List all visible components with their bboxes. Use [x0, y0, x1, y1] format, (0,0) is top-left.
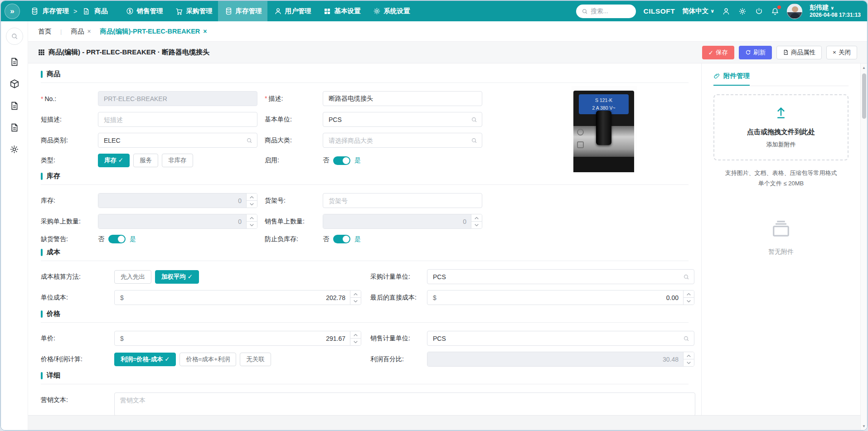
oos-warning-toggle[interactable]: [108, 235, 126, 243]
type-option-stock[interactable]: 库存 ✓: [98, 154, 130, 167]
empty-tray-icon: [769, 217, 793, 241]
type-option-service[interactable]: 服务: [133, 154, 158, 167]
short-desc-field[interactable]: [98, 112, 257, 127]
profile-icon[interactable]: [722, 7, 731, 16]
short-desc-input[interactable]: [98, 112, 257, 126]
calc-option-profit[interactable]: 利润=价格-成本 ✓: [114, 353, 176, 366]
shelf-input[interactable]: [323, 194, 482, 208]
notifications-bell-icon[interactable]: [771, 7, 780, 16]
category-field[interactable]: [98, 133, 257, 148]
stock-input: [98, 194, 246, 208]
search-icon[interactable]: [683, 274, 689, 280]
spinner-up[interactable]: [350, 331, 361, 339]
spinner-up[interactable]: [684, 352, 694, 359]
user-avatar[interactable]: [787, 4, 802, 19]
type-option-nonstock[interactable]: 非库存: [162, 154, 193, 167]
search-icon[interactable]: [683, 335, 689, 342]
spinner-up[interactable]: [247, 214, 257, 222]
global-search[interactable]: 搜索...: [576, 5, 636, 18]
search-icon[interactable]: [471, 137, 477, 144]
menu-item-basic-settings[interactable]: 基本设置: [317, 1, 366, 21]
spinner-down[interactable]: [471, 222, 482, 228]
scrollbar-up-arrow[interactable]: ▲: [861, 64, 867, 71]
tab-label: 首页: [38, 27, 51, 36]
last-cost-input[interactable]: [436, 291, 683, 305]
refresh-button[interactable]: 刷新: [739, 46, 772, 59]
last-cost-field[interactable]: $: [427, 290, 694, 305]
purchase-uom-input[interactable]: [427, 270, 694, 284]
class-input[interactable]: [323, 133, 482, 147]
brand-logo: CILSOFT: [643, 7, 675, 15]
settings-gear-icon[interactable]: [738, 7, 747, 16]
tab-goods[interactable]: 商品 ×: [71, 27, 91, 36]
spinner-down[interactable]: [684, 359, 694, 366]
unit-cost-field[interactable]: $: [114, 290, 361, 305]
unit-price-input[interactable]: [124, 331, 350, 345]
sidebar-document-icon[interactable]: [10, 101, 19, 111]
power-icon[interactable]: [754, 7, 763, 16]
spinner-down[interactable]: [247, 222, 257, 228]
cost-method-weighted-avg[interactable]: 加权平均 ✓: [155, 270, 199, 284]
desc-field[interactable]: [323, 91, 482, 106]
header-actions: ✓保存 刷新 商品属性 ×关闭: [702, 46, 857, 59]
desc-input[interactable]: [323, 92, 482, 106]
spinner-down[interactable]: [350, 339, 361, 345]
sales-uom-field[interactable]: [427, 331, 694, 346]
sidebar-document-icon[interactable]: [10, 57, 19, 67]
spinner-down[interactable]: [684, 298, 694, 305]
stock-field: [98, 193, 257, 208]
close-icon[interactable]: ×: [203, 28, 207, 35]
section-accent-bar: [41, 71, 43, 78]
sidebar-document-icon[interactable]: [10, 123, 19, 132]
product-image: S 121-K 2 A 380 V~: [572, 86, 637, 172]
breadcrumb-section[interactable]: 库存管理: [43, 7, 69, 15]
menu-item-sales[interactable]: 销售管理: [119, 1, 169, 21]
close-icon[interactable]: ×: [87, 28, 91, 35]
menu-item-users[interactable]: 用户管理: [267, 1, 317, 21]
purchase-uom-field[interactable]: [427, 269, 694, 284]
goods-attributes-button[interactable]: 商品属性: [776, 46, 822, 59]
spinner-up[interactable]: [350, 291, 361, 298]
calc-option-price[interactable]: 价格=成本+利润: [179, 353, 236, 366]
tab-goods-edit[interactable]: 商品(编辑)-PRT-ELEC-BREAKER ×: [100, 27, 207, 36]
unit-cost-input[interactable]: [124, 291, 350, 305]
class-field[interactable]: [323, 133, 482, 148]
base-unit-field[interactable]: [323, 112, 482, 127]
marketing-text-input[interactable]: [114, 392, 695, 415]
cost-method-fifo[interactable]: 先入先出: [114, 270, 151, 284]
sidebar-gear-icon[interactable]: [10, 145, 19, 154]
base-unit-input[interactable]: [323, 112, 482, 126]
close-button[interactable]: ×关闭: [826, 46, 857, 59]
menu-item-system-settings[interactable]: 系统设置: [366, 1, 416, 21]
spinner-up[interactable]: [247, 194, 257, 201]
language-selector[interactable]: 简体中文 ∨: [682, 7, 714, 15]
spinner-down[interactable]: [247, 201, 257, 208]
scrollbar-down-arrow[interactable]: ▼: [861, 423, 867, 429]
category-input[interactable]: [98, 133, 257, 147]
search-icon[interactable]: [471, 116, 477, 123]
sales-uom-input[interactable]: [427, 331, 694, 345]
user-block[interactable]: 彭伟建 ∨ 2026-04-08 17:31:13: [810, 4, 861, 19]
enabled-toggle[interactable]: [333, 156, 350, 165]
menu-item-inventory[interactable]: 库存管理: [218, 1, 267, 21]
tab-home[interactable]: 首页: [38, 27, 51, 36]
menu-item-purchase[interactable]: 采购管理: [169, 1, 218, 21]
spinner-down[interactable]: [350, 298, 361, 305]
upload-dropzone[interactable]: 点击或拖拽文件到此处 添加新附件: [713, 94, 849, 160]
shelf-field[interactable]: [323, 193, 482, 208]
unit-price-field[interactable]: $: [114, 331, 361, 346]
sidebar-search-button[interactable]: [6, 28, 23, 45]
breadcrumb-page[interactable]: 商品: [94, 7, 107, 15]
scrollbar[interactable]: ▲ ▼: [860, 63, 867, 430]
search-icon[interactable]: [246, 137, 252, 144]
spinner-up[interactable]: [471, 214, 482, 222]
save-button[interactable]: ✓保存: [702, 46, 734, 59]
prevent-negative-toggle[interactable]: [333, 235, 350, 243]
sidebar-collapse-button[interactable]: »: [5, 4, 20, 19]
scrollbar-thumb[interactable]: [862, 73, 866, 119]
calc-option-none[interactable]: 无关联: [240, 353, 271, 366]
sidebar-package-icon[interactable]: [10, 79, 19, 89]
chevron-down-icon: ∨: [710, 8, 714, 14]
spinner-up[interactable]: [684, 291, 694, 298]
tab-attachments[interactable]: 附件管理: [713, 72, 750, 86]
